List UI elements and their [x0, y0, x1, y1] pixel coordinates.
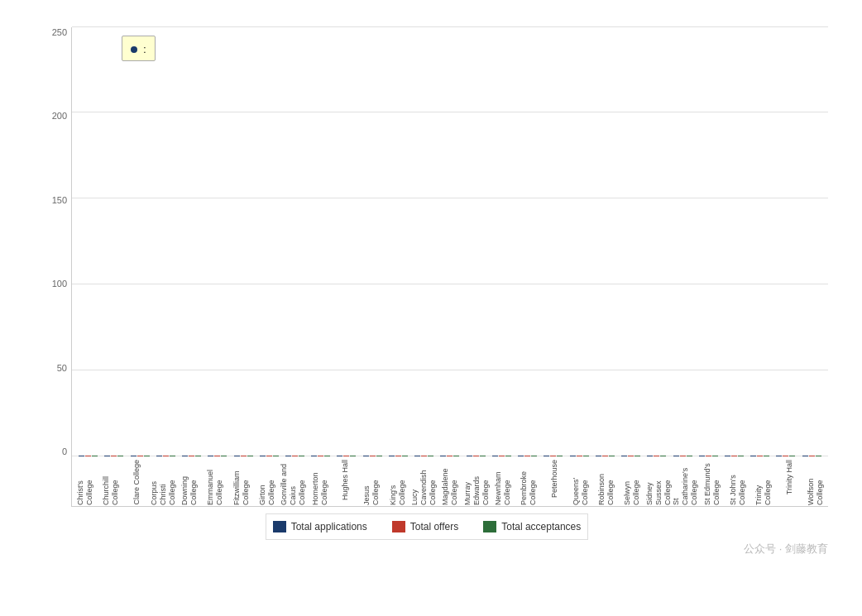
x-label-item: Fitzwilliam College — [228, 456, 254, 506]
legend: Total applicationsTotal offersTotal acce… — [266, 513, 589, 540]
y-tick: 50 — [57, 363, 67, 373]
x-label-item: Magdalene College — [437, 456, 462, 506]
x-label-text: Sidney Sussex College — [645, 460, 672, 505]
x-label-text: Queens' College — [572, 460, 590, 505]
x-label-text: Newnham College — [494, 460, 512, 505]
y-tick: 250 — [52, 27, 67, 37]
y-tick: 100 — [52, 279, 67, 289]
x-label-text: Clare College — [132, 460, 141, 505]
x-label-text: Magdalene College — [441, 460, 459, 505]
x-label-text: Robinson College — [597, 460, 615, 505]
y-tick: 150 — [52, 195, 67, 205]
x-label-text: St Edmund's College — [703, 460, 721, 505]
x-label-text: Churchill College — [102, 460, 120, 505]
x-label-text: Gonville and Caius College — [280, 460, 306, 505]
x-label-item: Trinity Hall — [777, 456, 802, 506]
x-label-item: Trinity College — [750, 456, 776, 506]
legend-item: Total applications — [273, 521, 367, 532]
x-labels: Christ's CollegeChurchill CollegeClare C… — [72, 456, 828, 506]
x-label-text: Trinity College — [754, 460, 773, 505]
y-tick: 200 — [52, 111, 67, 121]
x-label-item: Hughes Hall — [333, 456, 358, 506]
x-label-item: King's College — [385, 456, 410, 506]
watermark: 公众号 · 剑藤教育 — [744, 542, 828, 556]
x-label-text: Jesus College — [362, 460, 381, 505]
x-label-item: Wolfson College — [802, 456, 828, 506]
x-label-text: Homerton College — [311, 460, 329, 505]
x-label-item: Peterhouse — [542, 456, 567, 506]
x-label-item: St John's College — [725, 456, 750, 506]
x-label-text: Downing College — [180, 460, 199, 505]
chart-container: 250200150100500 : Christ's CollegeChurch… — [17, 11, 845, 606]
x-label-item: Pembroke College — [515, 456, 541, 506]
x-label-item: Selwyn College — [620, 456, 645, 506]
chart-area: 250200150100500 : Christ's CollegeChurch… — [26, 27, 828, 507]
x-label-text: Hughes Hall — [341, 460, 350, 500]
x-label-item: Christ's College — [72, 456, 98, 506]
x-label-item: Clare College — [124, 456, 150, 506]
x-label-item: Robinson College — [593, 456, 619, 506]
x-label-item: Lucy Cavendish College — [410, 456, 437, 506]
legend-color-box — [273, 521, 286, 532]
x-label-item: Emmanuel College — [203, 456, 228, 506]
x-label-item: St Catharine's College — [672, 456, 698, 506]
legend-color-box — [392, 521, 405, 532]
x-label-item: Queens' College — [567, 456, 593, 506]
y-tick: 0 — [62, 446, 67, 456]
x-label-text: Lucy Cavendish College — [410, 460, 437, 505]
x-label-item: Jesus College — [358, 456, 384, 506]
x-label-item: St Edmund's College — [699, 456, 725, 506]
x-label-text: Wolfson College — [807, 460, 825, 505]
x-label-item: Girton College — [254, 456, 280, 506]
legend-item: Total offers — [392, 521, 458, 532]
x-label-item: Murray Edwards College — [463, 456, 490, 506]
bars-container — [72, 27, 828, 456]
x-label-item: Downing College — [176, 456, 202, 506]
y-axis-label — [26, 27, 42, 507]
x-label-text: Christ's College — [76, 460, 94, 505]
x-label-text: Corpus Christi College — [150, 460, 176, 505]
legend-item: Total acceptances — [483, 521, 581, 532]
x-label-text: Pembroke College — [520, 460, 538, 505]
legend-label: Total applications — [291, 521, 367, 532]
x-label-text: St John's College — [729, 460, 747, 505]
x-label-text: Selwyn College — [623, 460, 641, 505]
x-label-text: Girton College — [258, 460, 276, 505]
x-label-item: Gonville and Caius College — [280, 456, 306, 506]
x-label-text: St Catharine's College — [672, 460, 698, 505]
x-label-item: Corpus Christi College — [150, 456, 176, 506]
x-label-item: Churchill College — [98, 456, 123, 506]
x-label-item: Newnham College — [490, 456, 515, 506]
plot-area: : Christ's CollegeChurchill CollegeClare… — [71, 27, 828, 507]
y-axis: 250200150100500 — [42, 27, 71, 507]
x-label-text: Trinity Hall — [785, 460, 794, 494]
x-label-text: Murray Edwards College — [463, 460, 490, 505]
x-label-text: Emmanuel College — [206, 460, 224, 505]
legend-label: Total acceptances — [501, 521, 581, 532]
legend-label: Total offers — [410, 521, 458, 532]
x-label-text: Peterhouse — [550, 460, 559, 498]
x-label-text: Fitzwilliam College — [232, 460, 251, 505]
x-label-text: King's College — [389, 460, 407, 505]
legend-color-box — [483, 521, 496, 532]
x-label-item: Sidney Sussex College — [645, 456, 672, 506]
x-label-item: Homerton College — [307, 456, 333, 506]
